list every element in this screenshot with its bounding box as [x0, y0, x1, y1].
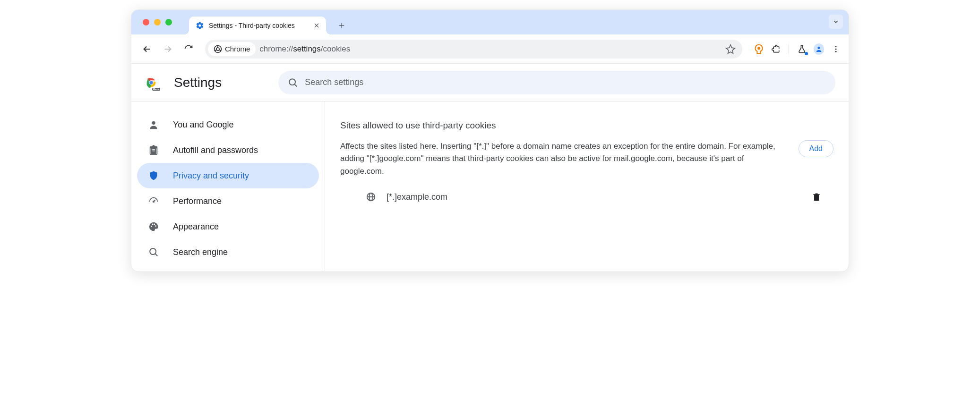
shield-icon: [148, 170, 159, 181]
browser-toolbar: Chrome chrome://settings/cookies: [131, 34, 849, 64]
extension-openvpn-icon[interactable]: [754, 44, 764, 54]
section-description: Affects the sites listed here. Inserting…: [340, 140, 787, 178]
sidebar-item-label: Autofill and passwords: [173, 145, 258, 155]
svg-rect-13: [152, 146, 155, 148]
minimize-window-button[interactable]: [154, 19, 161, 25]
person-icon: [148, 119, 159, 130]
site-chip[interactable]: Chrome: [208, 42, 256, 56]
chevron-down-icon: [833, 18, 839, 25]
sidebar-item-label: Privacy and security: [173, 171, 249, 181]
sidebar-item-you-and-google[interactable]: You and Google: [137, 112, 319, 137]
sidebar-item-appearance[interactable]: Appearance: [137, 214, 319, 239]
bookmark-star-icon[interactable]: [725, 44, 736, 54]
labs-flask-icon[interactable]: [797, 44, 807, 54]
tab-strip: Settings - Third-party cookies: [131, 10, 849, 34]
extensions-puzzle-icon[interactable]: [771, 44, 781, 54]
section-title: Sites allowed to use third-party cookies: [340, 120, 834, 131]
avatar: [814, 43, 824, 55]
svg-point-10: [289, 79, 295, 85]
site-chip-label: Chrome: [225, 45, 250, 53]
svg-point-0: [216, 48, 219, 51]
chrome-icon: [214, 45, 222, 53]
reload-button[interactable]: [181, 41, 197, 57]
palette-icon: [148, 221, 159, 232]
browser-menu-button[interactable]: [831, 44, 841, 54]
url-display: chrome://settings/cookies: [259, 44, 350, 54]
svg-point-4: [835, 46, 837, 47]
page-title: Settings: [174, 75, 222, 90]
sidebar-item-label: Performance: [173, 196, 222, 206]
allowed-site-row: [*.]example.com: [340, 192, 834, 202]
svg-rect-15: [152, 151, 155, 151]
svg-point-16: [153, 201, 155, 203]
toolbar-divider: [789, 44, 789, 54]
plus-icon: [338, 22, 345, 29]
maximize-window-button[interactable]: [165, 19, 172, 25]
main-content: Sites allowed to use third-party cookies…: [325, 102, 849, 271]
settings-search-bar[interactable]: [278, 71, 835, 94]
sidebar-item-label: Search engine: [173, 247, 228, 257]
browser-tab[interactable]: Settings - Third-party cookies: [189, 17, 326, 34]
search-icon: [288, 77, 298, 88]
settings-gear-icon: [196, 21, 204, 30]
toolbar-actions: [754, 44, 841, 54]
new-tab-button[interactable]: [335, 18, 349, 33]
svg-rect-12: [151, 147, 156, 154]
svg-point-11: [152, 121, 155, 125]
sidebar-item-search-engine[interactable]: Search engine: [137, 239, 319, 265]
svg-point-2: [758, 47, 760, 49]
svg-rect-14: [152, 149, 155, 150]
speedometer-icon: [148, 196, 159, 206]
settings-search-input[interactable]: [305, 77, 826, 87]
svg-point-17: [150, 248, 156, 254]
back-button[interactable]: [139, 41, 155, 57]
section-description-row: Affects the sites listed here. Inserting…: [340, 140, 834, 178]
settings-header: Beta Settings: [131, 64, 849, 102]
clipboard-icon: [148, 145, 159, 155]
tab-search-button[interactable]: [829, 15, 843, 29]
settings-body: You and Google Autofill and passwords Pr…: [131, 102, 849, 271]
svg-point-3: [817, 46, 820, 49]
settings-sidebar: You and Google Autofill and passwords Pr…: [131, 102, 325, 271]
arrow-right-icon: [163, 44, 173, 54]
delete-site-button[interactable]: [812, 192, 821, 202]
sidebar-item-autofill[interactable]: Autofill and passwords: [137, 137, 319, 163]
profile-avatar-button[interactable]: [814, 44, 824, 54]
globe-icon: [366, 192, 376, 202]
close-window-button[interactable]: [143, 19, 149, 25]
window-controls: [143, 10, 172, 34]
svg-point-5: [835, 48, 837, 50]
address-bar[interactable]: Chrome chrome://settings/cookies: [205, 40, 742, 59]
arrow-left-icon: [142, 44, 152, 54]
sidebar-item-label: You and Google: [173, 120, 233, 130]
sidebar-item-performance[interactable]: Performance: [137, 188, 319, 214]
reload-icon: [184, 44, 193, 54]
site-pattern-value: [*.]example.com: [387, 192, 801, 202]
svg-point-6: [835, 51, 837, 52]
kebab-menu-icon: [832, 45, 840, 53]
browser-window: Settings - Third-party cookies Chrome ch…: [131, 9, 849, 272]
close-tab-icon[interactable]: [313, 22, 320, 29]
sidebar-item-privacy-security[interactable]: Privacy and security: [137, 163, 319, 188]
tab-title: Settings - Third-party cookies: [209, 22, 308, 29]
add-site-button[interactable]: Add: [799, 140, 834, 157]
sidebar-item-label: Appearance: [173, 222, 219, 232]
forward-button[interactable]: [160, 41, 176, 57]
chrome-logo-icon: Beta: [145, 76, 158, 89]
search-icon: [148, 247, 159, 257]
